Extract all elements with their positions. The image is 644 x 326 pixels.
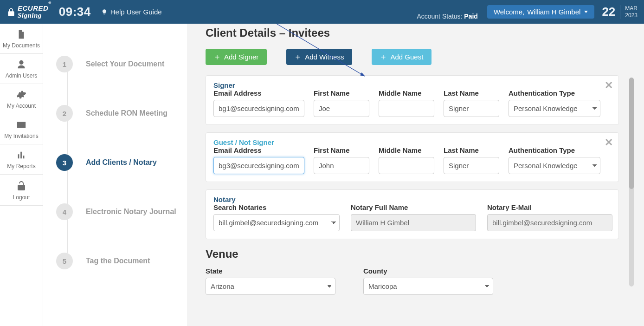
nav-my-account[interactable]: My Account	[0, 84, 43, 114]
nav-my-invitations[interactable]: My Invitations	[0, 114, 43, 144]
add-witness-button[interactable]: Add Witness	[286, 49, 352, 65]
main-panel: Client Details – Invitees Add Signer Add…	[187, 24, 644, 326]
guest-last-input[interactable]	[444, 157, 499, 174]
nav-my-reports[interactable]: My Reports	[0, 144, 43, 175]
date-box: 22 MAR 2023	[602, 5, 638, 19]
nav-logout[interactable]: Logout	[0, 175, 43, 206]
app-logo: ECURED® Signing	[6, 5, 52, 19]
lock-icon	[6, 7, 16, 17]
notary-search-select[interactable]: bill.gimbel@securedsigning.com	[213, 214, 340, 231]
plus-icon	[380, 54, 386, 60]
signer-last-input[interactable]	[444, 100, 499, 117]
user-icon	[16, 59, 26, 70]
notary-email-input	[487, 214, 612, 231]
account-status: Account Status: Paid	[417, 13, 478, 20]
date-year: 2023	[625, 12, 638, 19]
step-1[interactable]: 1 Select Your Document	[56, 39, 177, 89]
remove-guest-button[interactable]: ✕	[605, 137, 613, 149]
step-5[interactable]: 5 Tag the Document	[56, 236, 177, 286]
caret-down-icon	[584, 11, 588, 13]
signer-middle-input[interactable]	[379, 100, 434, 117]
file-icon	[16, 29, 26, 39]
top-header: ECURED® Signing 09:34 Help User Guide Ac…	[0, 0, 644, 24]
brand-line1: ECURED	[18, 4, 48, 12]
notary-name-input	[351, 214, 476, 231]
side-nav: My Documents Admin Users My Account My I…	[0, 24, 43, 326]
remove-signer-button[interactable]: ✕	[605, 79, 613, 91]
add-guest-button[interactable]: Add Guest	[372, 49, 431, 65]
date-month: MAR	[625, 5, 638, 12]
guest-email-input[interactable]	[213, 157, 304, 174]
page-title: Client Details – Invitees	[206, 26, 619, 39]
clock: 09:34	[59, 5, 91, 19]
step-3[interactable]: 3 Add Clients / Notary	[56, 138, 177, 187]
help-link[interactable]: Help User Guide	[101, 8, 162, 16]
lightbulb-icon	[101, 9, 108, 15]
step-2[interactable]: 2 Schedule RON Meeting	[56, 89, 177, 138]
guest-card: ✕ Guest / Not Signer Email Address First…	[206, 132, 619, 182]
signer-email-input[interactable]	[213, 100, 304, 117]
venue-title: Venue	[206, 248, 619, 261]
scrollbar[interactable]	[629, 78, 634, 287]
signer-card: ✕ Signer Email Address First Name Middle…	[206, 75, 619, 125]
guest-auth-select[interactable]: Personal Knowledge	[509, 157, 600, 174]
guest-middle-input[interactable]	[379, 157, 434, 174]
notary-heading: Notary	[213, 196, 611, 203]
signer-auth-select[interactable]: Personal Knowledge	[509, 100, 600, 117]
help-label: Help User Guide	[110, 8, 162, 16]
venue-county-select[interactable]: Maricopa	[363, 278, 493, 295]
signer-first-input[interactable]	[314, 100, 369, 117]
envelope-icon	[16, 120, 26, 130]
nav-admin-users[interactable]: Admin Users	[0, 54, 43, 84]
step-4[interactable]: 4 Electronic Notary Journal	[56, 187, 177, 236]
plus-icon	[214, 54, 220, 60]
signer-heading: Signer	[213, 81, 611, 89]
gear-icon	[16, 90, 26, 100]
venue-state-select[interactable]: Arizona	[206, 278, 335, 295]
wizard-stepper: 1 Select Your Document 2 Schedule RON Me…	[43, 24, 187, 326]
welcome-dropdown[interactable]: Welcome, William H Gimbel	[487, 5, 594, 19]
date-day: 22	[602, 5, 615, 19]
plus-icon	[295, 54, 301, 60]
guest-first-input[interactable]	[314, 157, 369, 174]
notary-card: Notary Search Notaries bill.gimbel@secur…	[206, 189, 619, 239]
bar-chart-icon	[16, 150, 26, 160]
brand-line2: Signing	[18, 12, 42, 19]
guest-heading: Guest / Not Signer	[213, 138, 611, 146]
add-signer-button[interactable]: Add Signer	[206, 49, 267, 65]
nav-my-documents[interactable]: My Documents	[0, 24, 43, 54]
unlock-icon	[16, 180, 27, 191]
